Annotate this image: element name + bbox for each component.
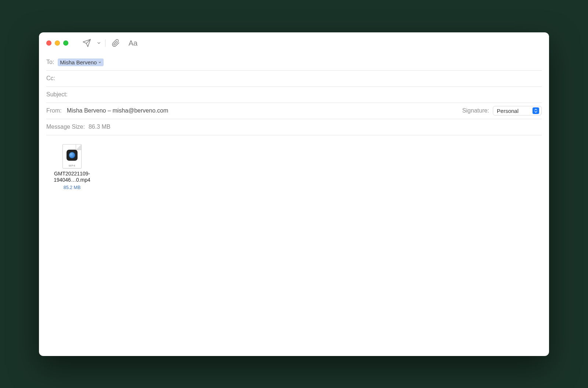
message-size-row: Message Size: 86.3 MB (46, 119, 542, 135)
chevron-down-icon (97, 41, 101, 45)
to-label: To: (46, 59, 54, 65)
subject-label: Subject: (46, 91, 68, 98)
minimize-window-button[interactable] (55, 40, 60, 46)
from-value[interactable]: Misha Berveno – misha@berveno.com (67, 107, 168, 114)
attachment-file-icon: MP4 (62, 144, 82, 168)
message-body[interactable]: MP4 GMT20221109-194046…0.mp4 85.2 MB (39, 135, 549, 356)
cc-field-row[interactable]: Cc: (46, 71, 542, 87)
close-window-button[interactable] (46, 40, 51, 46)
send-options-dropdown[interactable] (95, 41, 103, 45)
paperclip-icon (112, 39, 120, 47)
zoom-window-button[interactable] (63, 40, 68, 46)
select-caret-icon (533, 107, 539, 114)
header-fields: To: Misha Berveno Cc: Subject: From: Mis… (39, 54, 549, 135)
to-field-row[interactable]: To: Misha Berveno (46, 54, 542, 71)
send-button[interactable] (79, 36, 95, 50)
window-controls (46, 40, 68, 46)
toolbar: Aa (79, 36, 142, 50)
cc-input[interactable] (59, 75, 542, 82)
chevron-down-icon (98, 61, 101, 64)
from-label: From: (46, 107, 62, 114)
message-size-value: 86.3 MB (89, 124, 111, 130)
compose-window: Aa To: Misha Berveno Cc: Subject: From: (39, 32, 549, 356)
from-left: From: Misha Berveno – misha@berveno.com (46, 107, 168, 114)
message-size-label: Message Size: (46, 124, 85, 130)
from-field-row: From: Misha Berveno – misha@berveno.com … (46, 103, 542, 119)
titlebar: Aa (39, 32, 549, 54)
signature-label: Signature: (462, 107, 489, 114)
quicktime-icon (67, 150, 78, 161)
signature-select[interactable]: Personal (493, 106, 542, 115)
attachment-filename: GMT20221109-194046…0.mp4 (48, 171, 96, 184)
cc-label: Cc: (46, 75, 55, 82)
subject-input[interactable] (71, 91, 542, 98)
attachment-size: 85.2 MB (64, 185, 81, 190)
signature-group: Signature: Personal (462, 106, 542, 115)
send-icon (82, 39, 91, 47)
format-icon: Aa (129, 39, 137, 47)
subject-field-row[interactable]: Subject: (46, 87, 542, 103)
attachment-extension: MP4 (69, 164, 75, 167)
attachment-item[interactable]: MP4 GMT20221109-194046…0.mp4 85.2 MB (46, 144, 98, 190)
toolbar-separator (105, 39, 105, 47)
format-button[interactable]: Aa (124, 36, 142, 50)
recipient-pill[interactable]: Misha Berveno (58, 58, 104, 66)
signature-value: Personal (497, 108, 519, 114)
recipient-name: Misha Berveno (60, 59, 97, 65)
attach-button[interactable] (108, 36, 124, 50)
